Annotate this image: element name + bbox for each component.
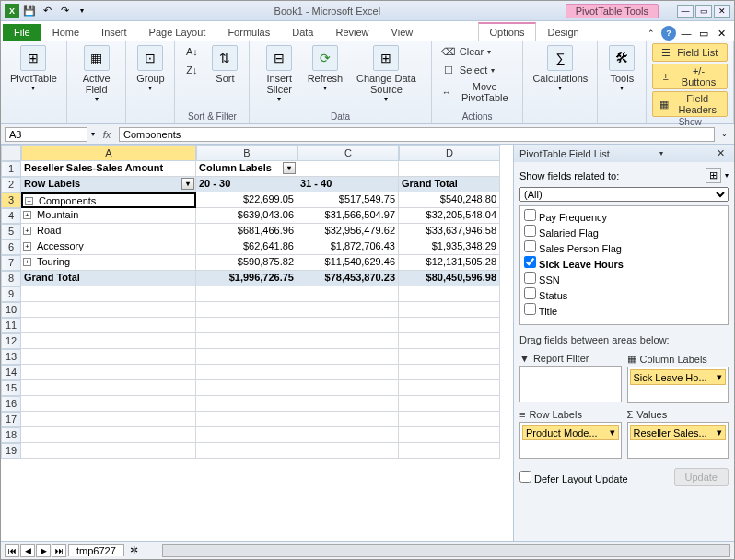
undo-icon[interactable]: ↶ — [40, 4, 54, 18]
restore-icon[interactable]: ▭ — [695, 5, 712, 18]
clear-button[interactable]: ⌫Clear ▾ — [438, 43, 495, 60]
cell[interactable]: $80,450,596.98 — [399, 271, 500, 286]
field-chip[interactable]: Product Mode...▾ — [522, 425, 619, 440]
layout-dropdown-icon[interactable]: ▾ — [725, 171, 729, 180]
task-pane-options-icon[interactable]: ▾ — [659, 149, 663, 158]
minimize-icon[interactable]: — — [677, 5, 694, 18]
cell[interactable] — [399, 286, 500, 302]
cell[interactable]: $78,453,870.23 — [298, 271, 399, 286]
cell[interactable]: Grand Total — [399, 177, 500, 192]
calculations-button[interactable]: ∑Calculations▾ — [529, 43, 591, 94]
close-icon[interactable]: ✕ — [714, 5, 730, 18]
cell[interactable] — [399, 443, 500, 459]
col-header-a[interactable]: A — [21, 145, 196, 161]
cell[interactable] — [298, 380, 399, 396]
cell[interactable] — [21, 365, 196, 380]
cell[interactable]: $639,043.06 — [196, 208, 298, 224]
cell[interactable] — [196, 380, 298, 396]
field-chip[interactable]: Sick Leave Ho...▾ — [630, 369, 727, 385]
cell[interactable] — [196, 349, 298, 365]
field-checkbox[interactable] — [524, 272, 536, 284]
cell[interactable] — [21, 443, 196, 459]
cell[interactable] — [298, 302, 399, 318]
row-header[interactable]: 15 — [1, 380, 21, 396]
sort-button[interactable]: ⇅Sort — [206, 43, 243, 86]
help-icon[interactable]: ? — [661, 26, 676, 41]
filter-dropdown-icon[interactable]: ▾ — [283, 162, 296, 174]
cell[interactable] — [21, 412, 196, 427]
row-labels-area[interactable]: Product Mode...▾ — [519, 422, 622, 459]
tab-pagelayout[interactable]: Page Layout — [138, 24, 217, 41]
cell[interactable] — [21, 302, 196, 318]
field-item[interactable]: Pay Frequency — [522, 208, 726, 224]
cell[interactable] — [196, 412, 298, 427]
cell[interactable] — [399, 161, 500, 177]
tab-formulas[interactable]: Formulas — [216, 24, 281, 41]
cell[interactable]: $22,699.05 — [196, 192, 298, 208]
formula-expand-icon[interactable]: ⌄ — [718, 130, 730, 138]
defer-update-checkbox[interactable]: Defer Layout Update — [519, 471, 628, 484]
cell[interactable]: +Road — [21, 224, 196, 239]
cell[interactable] — [298, 333, 399, 349]
cell[interactable] — [399, 412, 500, 427]
row-header[interactable]: 13 — [1, 349, 21, 365]
field-item[interactable]: Salaried Flag — [522, 224, 726, 239]
field-checkbox[interactable] — [524, 256, 536, 268]
name-box[interactable]: A3 — [5, 127, 88, 142]
tab-design[interactable]: Design — [536, 24, 589, 41]
fieldheaders-toggle[interactable]: ▦Field Headers — [652, 91, 728, 117]
tab-insert[interactable]: Insert — [90, 24, 138, 41]
row-header[interactable]: 14 — [1, 365, 21, 380]
cell[interactable] — [399, 365, 500, 380]
row-header[interactable]: 11 — [1, 318, 21, 333]
row-header[interactable]: 17 — [1, 412, 21, 427]
field-chip[interactable]: Reseller Sales...▾ — [630, 425, 727, 440]
window-close-icon[interactable]: ✕ — [714, 26, 729, 41]
refresh-button[interactable]: ⟳Refresh▾ — [307, 43, 344, 94]
cell[interactable]: $33,637,946.58 — [399, 224, 500, 239]
cell[interactable] — [196, 333, 298, 349]
tab-home[interactable]: Home — [41, 24, 90, 41]
cell[interactable]: 20 - 30 — [196, 177, 298, 192]
expand-icon[interactable]: + — [23, 258, 31, 266]
insert-slicer-button[interactable]: ⊟Insert Slicer▾ — [255, 43, 302, 105]
update-button[interactable]: Update — [674, 468, 729, 486]
cell[interactable] — [399, 396, 500, 412]
close-pane-icon[interactable]: ✕ — [713, 147, 729, 159]
select-all-corner[interactable] — [1, 145, 21, 161]
active-cell[interactable]: +Components — [21, 192, 196, 208]
cell[interactable] — [21, 380, 196, 396]
cell[interactable]: +Accessory — [21, 239, 196, 255]
cell[interactable]: Row Labels▾ — [21, 177, 196, 192]
cell[interactable] — [298, 286, 399, 302]
formula-input[interactable]: Components — [119, 127, 715, 142]
cell[interactable] — [399, 318, 500, 333]
cell[interactable] — [196, 443, 298, 459]
col-header-d[interactable]: D — [399, 145, 500, 161]
field-item[interactable]: Sick Leave Hours — [522, 255, 726, 271]
tab-nav-next-icon[interactable]: ▶ — [36, 544, 51, 557]
field-item[interactable]: Title — [522, 302, 726, 318]
row-header[interactable]: 1 — [1, 161, 21, 177]
activefield-button[interactable]: ▦Active Field▾ — [73, 43, 121, 105]
cell[interactable]: $1,996,726.75 — [196, 271, 298, 286]
row-header[interactable]: 4 — [1, 208, 21, 224]
row-header[interactable]: 10 — [1, 302, 21, 318]
expand-icon[interactable]: + — [23, 242, 31, 251]
changedata-button[interactable]: ⊞Change Data Source▾ — [347, 43, 426, 105]
row-header[interactable]: 3 — [1, 192, 21, 208]
field-checkbox[interactable] — [524, 240, 536, 252]
cell[interactable]: $62,641.86 — [196, 239, 298, 255]
cell[interactable]: +Mountain — [21, 208, 196, 224]
cell[interactable] — [298, 365, 399, 380]
tools-button[interactable]: 🛠Tools▾ — [603, 43, 640, 94]
tab-nav-prev-icon[interactable]: ◀ — [20, 544, 35, 557]
cell[interactable] — [21, 396, 196, 412]
worksheet-grid[interactable]: A B C D 1 Reseller Sales-Sales Amount Co… — [1, 145, 513, 541]
chevron-down-icon[interactable]: ▾ — [610, 426, 615, 438]
cell[interactable] — [298, 443, 399, 459]
tab-view[interactable]: View — [380, 24, 425, 41]
row-header[interactable]: 18 — [1, 427, 21, 443]
field-checkbox[interactable] — [524, 287, 536, 299]
cell[interactable]: Reseller Sales-Sales Amount — [21, 161, 196, 177]
